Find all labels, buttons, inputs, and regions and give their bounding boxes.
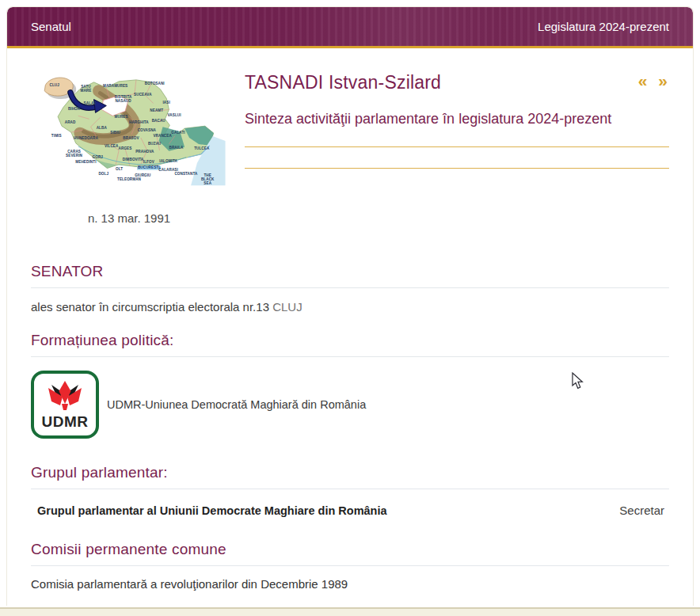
section-rule: [31, 489, 669, 489]
main-card: Senatul Legislatura 2024-prezent: [6, 6, 694, 606]
gold-hairline-1: [245, 146, 669, 147]
udmr-party-logo: UDMR: [31, 371, 99, 439]
senator-name-title: TASNADI Istvan-Szilard: [245, 72, 441, 93]
birth-date-caption: n. 13 mar. 1991: [31, 211, 227, 225]
constituency-map-block: CLUJSATU MAREMARAMURESBOTOSANISUCEAVAIAS…: [31, 72, 227, 225]
profile-title-block: TASNADI Istvan-Szilard « » Sinteza activ…: [245, 72, 669, 225]
profile-pager: « »: [637, 70, 669, 90]
romania-map-image: CLUJSATU MAREMARAMURESBOTOSANISUCEAVAIAS…: [31, 72, 227, 205]
section-rule: [31, 565, 669, 566]
previous-senator-button[interactable]: «: [637, 70, 649, 90]
gold-hairline-2: [245, 168, 669, 169]
elected-text: ales senator în circumscriptia electoral…: [31, 300, 272, 314]
page: Senatul Legislatura 2024-prezent: [0, 0, 700, 616]
footer-band: [0, 607, 700, 616]
top-banner: Senatul Legislatura 2024-prezent: [7, 7, 693, 46]
group-name-link[interactable]: Grupul parlamentar al Uniunii Democrate …: [37, 504, 387, 517]
constituency-name: CLUJ: [272, 300, 302, 314]
content-area: CLUJSATU MAREMARAMURESBOTOSANISUCEAVAIAS…: [7, 72, 693, 591]
next-senator-button[interactable]: »: [656, 70, 669, 90]
committee-item-link[interactable]: Comisia parlamentară a revoluţionarilor …: [31, 577, 669, 591]
profile-header: CLUJSATU MAREMARAMURESBOTOSANISUCEAVAIAS…: [31, 72, 669, 225]
party-row: UDMR UDMR-Uniunea Democrată Maghiară din…: [31, 371, 669, 439]
group-section-title: Grupul parlamentar:: [31, 464, 669, 481]
committees-section-title: Comisii permanente comune: [31, 541, 669, 558]
tulip-icon: [47, 381, 83, 413]
senator-section-title: SENATOR: [31, 263, 669, 280]
elected-constituency-line: ales senator în circumscriptia electoral…: [31, 300, 669, 314]
party-name: UDMR-Uniunea Democrată Maghiară din Româ…: [107, 398, 366, 411]
parliamentary-group-row: Grupul parlamentar al Uniunii Democrate …: [31, 504, 669, 517]
party-section-title: Formațiunea politică:: [31, 332, 669, 349]
section-rule: [31, 287, 669, 288]
group-role: Secretar: [619, 504, 664, 517]
gold-divider: [7, 46, 693, 48]
senate-home-link[interactable]: Senatul: [31, 20, 71, 33]
section-rule: [31, 356, 669, 357]
activity-summary-subtitle: Sinteza activităţii parlamentare în legi…: [245, 109, 669, 129]
profile-sections: SENATOR ales senator în circumscriptia e…: [31, 263, 669, 591]
udmr-logo-text: UDMR: [42, 414, 89, 429]
legislature-selector[interactable]: Legislatura 2024-prezent: [538, 20, 669, 33]
romania-map-svg: [31, 72, 227, 205]
